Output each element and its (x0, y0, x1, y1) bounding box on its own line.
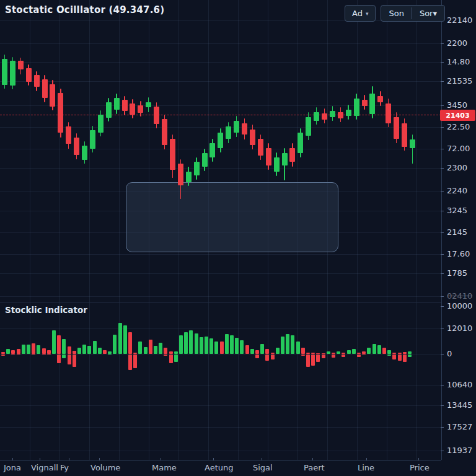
histogram-bar (123, 325, 127, 354)
histogram-bar (301, 355, 305, 356)
histogram-bar (62, 339, 66, 354)
histogram-bar (68, 346, 71, 354)
histogram-bar (220, 342, 224, 354)
histogram-bar (311, 353, 315, 354)
histogram-bar (73, 351, 76, 354)
candle (178, 164, 183, 185)
indicator-histogram-layer (0, 302, 441, 460)
histogram-bar (11, 355, 15, 355)
histogram-bar (108, 351, 112, 354)
axis-price-label: 2240 (447, 187, 467, 195)
axis-time-label: Mame (152, 463, 177, 472)
axis-price-label: 14.80 (447, 58, 470, 66)
candle (186, 172, 192, 182)
histogram-bar (322, 353, 325, 354)
histogram-bar (11, 350, 15, 354)
axis-tick (441, 62, 444, 63)
axis-price-label: 2200 (447, 39, 467, 48)
histogram-bar (322, 355, 325, 358)
ad-dropdown-button[interactable]: Ad ▾ (345, 5, 376, 22)
histogram-bar (281, 337, 284, 354)
candle (289, 148, 295, 162)
axis-price-label: 02410 (447, 292, 472, 301)
histogram-bar (42, 348, 46, 354)
histogram-bar (87, 346, 91, 354)
histogram-bar (73, 355, 76, 367)
candle (386, 104, 391, 123)
histogram-bar (189, 330, 193, 354)
histogram-bar (17, 355, 20, 355)
axis-time-label: Vignall (31, 463, 58, 472)
histogram-bar (403, 355, 407, 362)
axis-price-label: 22.50 (447, 123, 470, 131)
axis-tick (12, 458, 13, 461)
axis-price-label: 12010 (447, 324, 472, 333)
axis-price-label: 17527 (447, 423, 472, 431)
candle (218, 133, 223, 148)
histogram-bar (332, 353, 335, 354)
axis-time-label: Jona (4, 463, 21, 472)
candle (354, 99, 359, 116)
axis-price-label: 3245 (447, 206, 467, 215)
histogram-bar (342, 353, 345, 354)
axis-tick (441, 254, 444, 255)
histogram-bar (68, 355, 71, 364)
histogram-bar (255, 355, 259, 358)
axis-tick (441, 232, 444, 233)
candle (74, 138, 79, 155)
histogram-bar (164, 348, 167, 354)
histogram-bar (408, 351, 412, 354)
histogram-bar (265, 355, 269, 361)
histogram-bar (174, 355, 178, 362)
axis-price-label: 10640 (447, 381, 472, 389)
histogram-bar (77, 348, 81, 354)
histogram-bar (372, 344, 376, 354)
candle (306, 117, 311, 136)
axis-time-label: Line (358, 463, 374, 472)
histogram-bar (57, 335, 61, 354)
histogram-bar (103, 350, 107, 354)
axis-tick (366, 458, 367, 461)
histogram-bar (159, 343, 162, 354)
candle (90, 130, 95, 149)
axis-time-label: Sigal (253, 463, 273, 472)
candle (10, 61, 15, 86)
histogram-bar (98, 348, 102, 354)
axis-price-label: 11937 (447, 446, 472, 455)
histogram-bar (306, 355, 310, 367)
axis-tick (161, 458, 161, 461)
candle (274, 157, 280, 172)
candle (322, 113, 327, 120)
histogram-bar (32, 355, 35, 355)
candle (58, 93, 63, 133)
histogram-bar (214, 342, 218, 354)
histogram-bar (265, 349, 269, 354)
bottom-axis-border (0, 460, 441, 461)
histogram-bar (128, 332, 132, 354)
axis-tick (441, 211, 444, 211)
candle (226, 126, 231, 139)
candle (194, 162, 200, 175)
candle (154, 107, 159, 124)
histogram-bar (200, 337, 203, 354)
axis-tick (441, 405, 444, 406)
histogram-bar (17, 349, 20, 354)
histogram-bar (47, 355, 51, 355)
axis-tick (441, 427, 444, 428)
axis-price-label: 72.00 (447, 144, 470, 153)
histogram-bar (47, 350, 51, 354)
sor-dropdown-button[interactable]: Sor ▾ (412, 6, 444, 21)
histogram-bar (32, 343, 35, 354)
son-button-label: Son (389, 9, 403, 18)
axis-tick (213, 458, 214, 461)
candle (209, 143, 215, 157)
histogram-bar (306, 353, 310, 354)
panel-separator (0, 302, 441, 302)
son-button[interactable]: Son (381, 6, 411, 21)
histogram-bar (286, 334, 289, 354)
histogram-bar (184, 332, 188, 354)
histogram-bar (230, 335, 234, 354)
histogram-bar (327, 351, 330, 354)
axis-tick (441, 451, 444, 451)
histogram-bar (357, 355, 361, 357)
